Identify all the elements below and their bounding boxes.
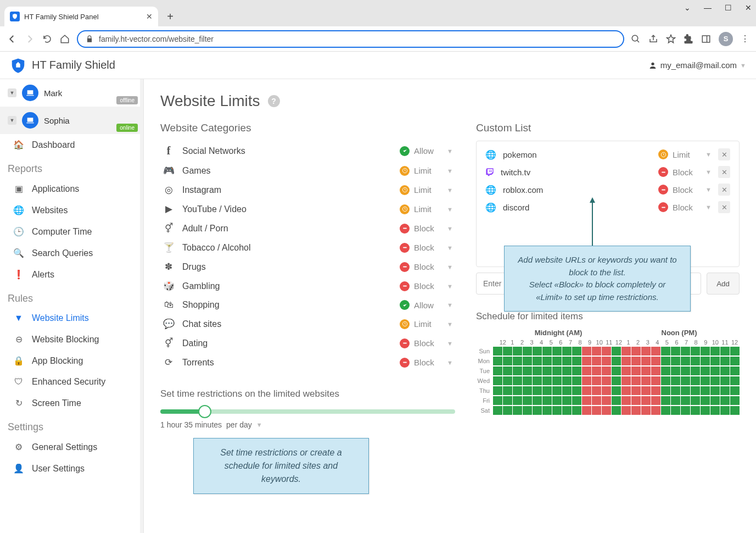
sidebar-item-computer-time[interactable]: 🕒Computer Time	[0, 221, 143, 242]
schedule-cell[interactable]	[513, 386, 522, 395]
schedule-cell[interactable]	[572, 367, 581, 375]
schedule-cell[interactable]	[542, 376, 552, 385]
reload-icon[interactable]	[42, 34, 53, 45]
schedule-cell[interactable]	[542, 386, 552, 395]
schedule-cell[interactable]	[493, 406, 502, 415]
schedule-cell[interactable]	[681, 347, 690, 356]
schedule-cell[interactable]	[661, 367, 670, 375]
schedule-cell[interactable]	[612, 406, 621, 415]
schedule-cell[interactable]	[651, 396, 660, 405]
schedule-cell[interactable]	[661, 386, 670, 395]
status-block[interactable]: Block	[400, 358, 443, 368]
schedule-cell[interactable]	[631, 376, 641, 385]
schedule-cell[interactable]	[631, 396, 641, 405]
schedule-cell[interactable]	[671, 406, 680, 415]
schedule-cell[interactable]	[612, 367, 621, 375]
chevron-down-icon[interactable]: ▼	[447, 359, 453, 366]
schedule-cell[interactable]	[621, 396, 631, 405]
status-block[interactable]: Block	[400, 224, 443, 234]
status-block[interactable]: Block	[658, 185, 701, 195]
maximize-icon[interactable]: ☐	[725, 3, 732, 12]
menu-icon[interactable]: ⋮	[741, 34, 749, 44]
schedule-cell[interactable]	[661, 376, 670, 385]
schedule-cell[interactable]	[651, 386, 660, 395]
schedule-cell[interactable]	[720, 357, 730, 365]
chevron-down-icon[interactable]: ▼	[447, 187, 453, 193]
sidebar-item-websites[interactable]: 🌐Websites	[0, 199, 143, 221]
schedule-cell[interactable]	[542, 406, 552, 415]
schedule-cell[interactable]	[691, 386, 700, 395]
schedule-cell[interactable]	[562, 386, 572, 395]
schedule-cell[interactable]	[651, 357, 660, 365]
schedule-cell[interactable]	[691, 376, 700, 385]
schedule-cell[interactable]	[691, 357, 700, 365]
schedule-cell[interactable]	[621, 386, 631, 395]
schedule-cell[interactable]	[493, 367, 502, 375]
schedule-cell[interactable]	[562, 396, 572, 405]
schedule-cell[interactable]	[493, 347, 502, 356]
schedule-cell[interactable]	[592, 376, 601, 385]
chevron-down-icon[interactable]: ▼	[705, 151, 712, 158]
schedule-cell[interactable]	[720, 396, 730, 405]
schedule-cell[interactable]	[681, 386, 690, 395]
schedule-cell[interactable]	[592, 357, 601, 365]
schedule-cell[interactable]	[582, 386, 591, 395]
chevron-down-icon[interactable]: ▼	[8, 88, 16, 97]
schedule-cell[interactable]	[513, 357, 522, 365]
schedule-cell[interactable]	[602, 376, 611, 385]
schedule-cell[interactable]	[533, 376, 542, 385]
new-tab-button[interactable]: +	[163, 9, 178, 24]
schedule-cell[interactable]	[671, 386, 680, 395]
chevron-down-icon[interactable]: ▼	[705, 169, 712, 175]
status-limit[interactable]: Limit	[400, 204, 443, 214]
schedule-cell[interactable]	[641, 396, 651, 405]
schedule-cell[interactable]	[681, 396, 690, 405]
chevron-down-icon[interactable]: ▼	[256, 421, 262, 428]
home-icon[interactable]	[59, 34, 70, 45]
schedule-cell[interactable]	[641, 386, 651, 395]
schedule-cell[interactable]	[671, 396, 680, 405]
schedule-cell[interactable]	[513, 367, 522, 375]
schedule-cell[interactable]	[701, 367, 710, 375]
schedule-cell[interactable]	[592, 386, 601, 395]
schedule-cell[interactable]	[552, 367, 562, 375]
schedule-cell[interactable]	[681, 376, 690, 385]
remove-button[interactable]: ✕	[718, 166, 730, 178]
share-icon[interactable]	[648, 34, 658, 44]
schedule-cell[interactable]	[691, 396, 700, 405]
schedule-cell[interactable]	[572, 376, 581, 385]
schedule-cell[interactable]	[513, 396, 522, 405]
schedule-cell[interactable]	[592, 406, 601, 415]
schedule-cell[interactable]	[533, 347, 542, 356]
status-block[interactable]: Block	[400, 243, 443, 253]
schedule-cell[interactable]	[513, 347, 522, 356]
schedule-cell[interactable]	[572, 406, 581, 415]
status-block[interactable]: Block	[658, 167, 701, 177]
status-allow[interactable]: Allow	[400, 146, 443, 156]
chevron-down-icon[interactable]: ▼	[447, 245, 453, 251]
schedule-cell[interactable]	[730, 357, 740, 365]
schedule-cell[interactable]	[612, 357, 621, 365]
schedule-cell[interactable]	[542, 357, 552, 365]
chevron-down-icon[interactable]: ⌄	[684, 3, 691, 12]
schedule-cell[interactable]	[701, 347, 710, 356]
schedule-cell[interactable]	[720, 347, 730, 356]
sidebar-item-app-blocking[interactable]: 🔒App Blocking	[0, 350, 143, 371]
schedule-cell[interactable]	[621, 367, 631, 375]
browser-tab[interactable]: HT Family Shield Panel ✕	[4, 7, 158, 26]
schedule-cell[interactable]	[631, 386, 641, 395]
schedule-cell[interactable]	[661, 406, 670, 415]
schedule-cell[interactable]	[602, 367, 611, 375]
remove-button[interactable]: ✕	[718, 201, 730, 213]
schedule-cell[interactable]	[602, 347, 611, 356]
schedule-cell[interactable]	[631, 406, 641, 415]
schedule-cell[interactable]	[710, 406, 720, 415]
schedule-cell[interactable]	[542, 347, 552, 356]
close-window-icon[interactable]: ✕	[745, 3, 752, 12]
panel-icon[interactable]	[701, 34, 711, 44]
schedule-cell[interactable]	[720, 367, 730, 375]
sidebar-item-general-settings[interactable]: ⚙General Settings	[0, 436, 143, 458]
schedule-cell[interactable]	[641, 347, 651, 356]
schedule-cell[interactable]	[730, 396, 740, 405]
schedule-cell[interactable]	[523, 386, 532, 395]
